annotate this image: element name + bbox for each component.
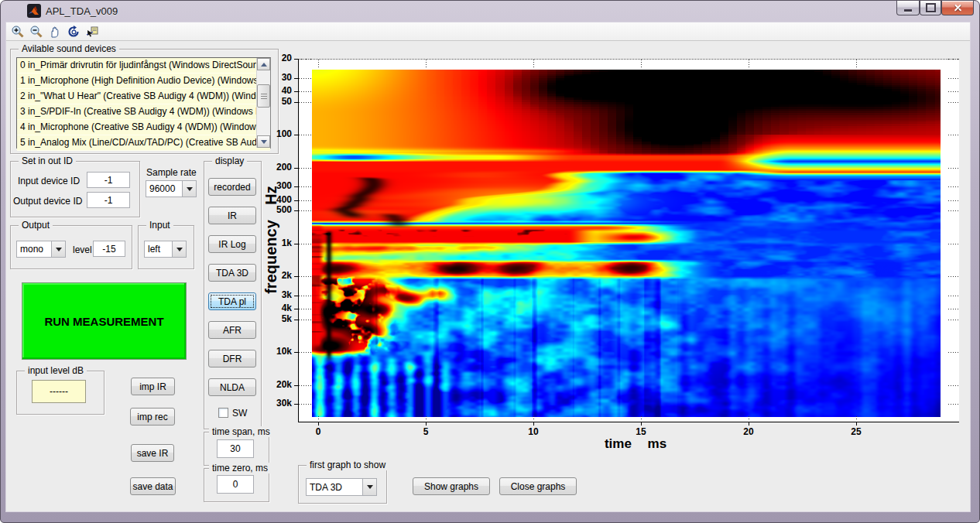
chevron-down-icon xyxy=(56,248,62,251)
pan-icon[interactable] xyxy=(46,24,63,39)
y-grid-stub xyxy=(299,309,311,309)
y-grid-stub-right xyxy=(948,276,958,277)
y-grid-stub-right xyxy=(948,102,958,103)
display-button-ir[interactable]: IR xyxy=(208,207,256,224)
y-grid-stub xyxy=(299,320,311,320)
display-button-tda-3d[interactable]: TDA 3D xyxy=(208,264,256,282)
time-span-field[interactable]: 30 xyxy=(217,439,254,458)
display-button-dfr[interactable]: DFR xyxy=(208,350,256,367)
input-device-id-label: Input device ID xyxy=(18,176,80,186)
sound-devices-panel-label: Avilable sound devices xyxy=(19,43,119,54)
first-graph-label: first graph to show xyxy=(307,460,389,470)
y-tick-label: 300 xyxy=(255,180,292,191)
output-level-field[interactable]: -15 xyxy=(93,241,125,257)
sound-device-row[interactable]: 3 in_S/PDIF-In (Creative SB Audigy 4 (WD… xyxy=(17,104,270,120)
sound-devices-listbox[interactable]: 0 in_Primär drivrutin för ljudinfångst (… xyxy=(16,57,271,149)
x-tick-label: 10 xyxy=(518,426,549,437)
y-grid-stub-right xyxy=(948,78,958,79)
sample-rate-dropdown-button[interactable] xyxy=(182,181,196,197)
close-icon xyxy=(953,3,962,12)
x-tick-mark xyxy=(533,422,534,426)
close-graphs-button[interactable]: Close graphs xyxy=(499,477,577,495)
y-grid-stub-right xyxy=(948,200,958,201)
minimize-icon xyxy=(904,9,912,12)
time-zero-label: time zero, ms xyxy=(209,463,271,473)
zoom-in-icon[interactable] xyxy=(9,24,26,39)
y-grid-stub-right xyxy=(948,352,958,353)
first-graph-dropdown-button[interactable] xyxy=(362,479,376,495)
title-bar[interactable]: APL_TDA_v009 xyxy=(1,1,979,22)
sound-device-row[interactable]: 4 in_Microphone (Creative SB Audigy 4 (W… xyxy=(17,120,270,135)
sound-device-row[interactable]: 5 in_Analog Mix (Line/CD/Aux/TAD/PC) (Cr… xyxy=(17,135,270,151)
y-tick-label: 20 xyxy=(255,53,292,63)
y-grid-stub xyxy=(299,404,311,405)
sound-device-row[interactable]: 1 in_Microphone (High Definition Audio D… xyxy=(17,73,270,89)
x-tick-label: 0 xyxy=(303,426,334,437)
x-grid-stub-bottom xyxy=(856,416,857,421)
input-channel-dropdown-button[interactable] xyxy=(172,241,186,257)
output-device-id-field[interactable]: -1 xyxy=(87,192,130,208)
imp-ir-button[interactable]: imp IR xyxy=(131,378,175,395)
tda-spectrogram[interactable] xyxy=(312,70,941,417)
y-grid-stub-right xyxy=(948,91,958,92)
x-grid-stub-bottom xyxy=(641,416,642,421)
time-zero-field[interactable]: 0 xyxy=(217,475,254,494)
display-button-tda-pl[interactable]: TDA pl xyxy=(208,292,256,310)
y-grid-stub-right xyxy=(948,186,958,187)
y-tick-label: 2k xyxy=(255,270,292,281)
y-tick-mark xyxy=(294,320,298,320)
input-panel-label: Input xyxy=(146,220,173,231)
y-tick-label: 10k xyxy=(255,346,292,357)
y-grid-stub xyxy=(299,78,311,79)
y-tick-mark xyxy=(294,244,298,244)
y-tick-label: 3k xyxy=(255,289,292,300)
run-measurement-button[interactable]: RUN MEASUREMENT xyxy=(22,282,187,360)
save-data-button[interactable]: save data xyxy=(130,477,176,495)
sample-rate-combo[interactable]: 96000 xyxy=(146,180,197,197)
zoom-out-icon[interactable] xyxy=(28,24,45,39)
sound-device-row[interactable]: 2 in_"What U Hear" (Creative SB Audigy 4… xyxy=(17,89,270,104)
y-tick-mark xyxy=(294,352,298,353)
minimize-button[interactable] xyxy=(896,1,920,15)
y-tick-mark xyxy=(294,186,298,187)
set-io-panel: Set in out ID xyxy=(10,161,140,217)
output-device-id-label: Output device ID xyxy=(13,196,82,207)
output-mode-dropdown-button[interactable] xyxy=(51,241,65,257)
display-button-nlda[interactable]: NLDA xyxy=(208,378,256,396)
display-button-ir-log[interactable]: IR Log xyxy=(208,235,256,253)
y-tick-mark xyxy=(294,385,298,386)
y-grid-stub xyxy=(299,200,311,201)
sw-checkbox[interactable] xyxy=(218,408,228,418)
save-ir-button[interactable]: save IR xyxy=(131,444,174,462)
display-button-afr[interactable]: AFR xyxy=(208,321,256,339)
input-device-id-field[interactable]: -1 xyxy=(87,172,130,188)
first-graph-combo[interactable]: TDA 3D xyxy=(306,478,377,496)
y-grid-stub xyxy=(299,186,311,187)
display-button-recorded[interactable]: recorded xyxy=(208,178,256,196)
x-grid-stub-top xyxy=(318,60,319,69)
set-io-panel-label: Set in out ID xyxy=(19,156,76,166)
x-grid-stub-bottom xyxy=(318,416,319,421)
y-tick-label: 100 xyxy=(255,128,292,139)
sound-device-row[interactable]: 0 in_Primär drivrutin för ljudinfångst (… xyxy=(17,58,270,73)
data-cursor-icon[interactable] xyxy=(84,24,101,39)
rotate-3d-icon[interactable] xyxy=(65,24,82,39)
y-grid-stub xyxy=(299,91,311,92)
close-button[interactable] xyxy=(941,1,974,15)
matlab-icon xyxy=(27,4,41,18)
maximize-button[interactable] xyxy=(920,1,941,15)
y-grid-stub-right xyxy=(948,320,958,320)
show-graphs-button[interactable]: Show graphs xyxy=(413,477,490,495)
y-grid-stub xyxy=(299,135,311,135)
x-tick-label: 20 xyxy=(733,426,764,437)
output-mode-combo[interactable]: mono xyxy=(16,241,66,258)
input-channel-combo[interactable]: left xyxy=(144,241,187,258)
y-tick-mark xyxy=(294,59,298,60)
y-tick-label: 500 xyxy=(255,204,292,215)
time-span-label: time span, ms xyxy=(209,426,273,437)
sound-devices-rows: 0 in_Primär drivrutin för ljudinfångst (… xyxy=(17,58,270,151)
x-tick-mark xyxy=(426,422,427,426)
input-level-field: ------ xyxy=(32,380,86,403)
x-tick-label: 5 xyxy=(410,426,441,437)
imp-rec-button[interactable]: imp rec xyxy=(130,408,175,426)
